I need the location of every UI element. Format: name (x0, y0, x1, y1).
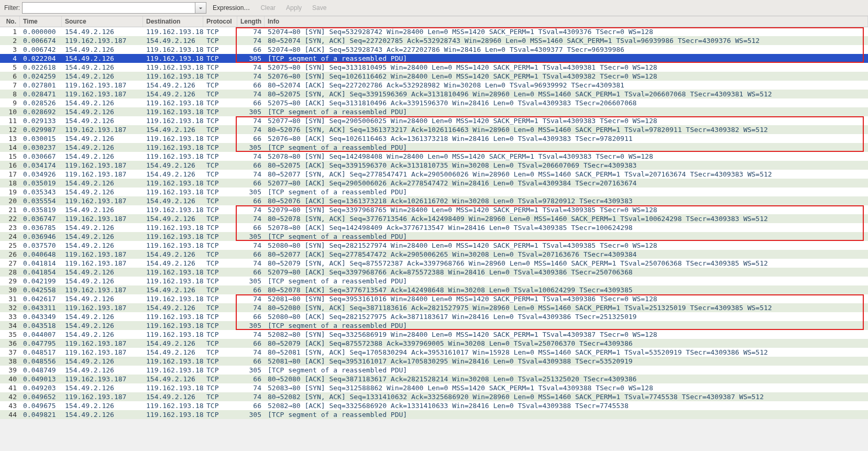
cell-protocol: TCP (203, 268, 237, 277)
cell-length: 305 (237, 321, 265, 330)
packet-row[interactable]: 20.006674119.162.193.187154.49.2.126TCP7… (0, 36, 868, 45)
filter-dropdown-button[interactable] (195, 2, 206, 14)
packet-row[interactable]: 110.029133154.49.2.126119.162.193.187TCP… (0, 116, 868, 125)
expression-button[interactable]: Expression… (208, 3, 254, 13)
packet-row[interactable]: 350.044007154.49.2.126119.162.193.187TCP… (0, 330, 868, 339)
filter-input[interactable] (22, 2, 195, 14)
packet-row[interactable]: 30.006742154.49.2.126119.162.193.187TCP6… (0, 45, 868, 54)
packet-row[interactable]: 170.034926119.162.193.187154.49.2.126TCP… (0, 170, 868, 179)
cell-length: 66 (237, 250, 265, 259)
cell-protocol: TCP (203, 294, 237, 303)
cell-destination: 119.162.193.187 (143, 366, 203, 375)
packet-row[interactable]: 200.035554119.162.193.187154.49.2.126TCP… (0, 196, 868, 205)
packet-row[interactable]: 160.034174119.162.193.187154.49.2.126TCP… (0, 161, 868, 170)
packet-row[interactable]: 190.035343154.49.2.126119.162.193.187TCP… (0, 188, 868, 196)
packet-row[interactable]: 100.028692154.49.2.126119.162.193.187TCP… (0, 107, 868, 116)
column-header-length[interactable]: Length (237, 16, 265, 27)
packet-row[interactable]: 370.048517119.162.193.187154.49.2.126TCP… (0, 348, 868, 357)
packet-row[interactable]: 230.036785154.49.2.126119.162.193.187TCP… (0, 223, 868, 232)
cell-protocol: TCP (203, 285, 237, 294)
cell-no: 29 (0, 277, 20, 285)
cell-source: 154.49.2.126 (62, 232, 143, 241)
cell-source: 154.49.2.126 (62, 223, 143, 232)
packet-row[interactable]: 300.042558119.162.193.187154.49.2.126TCP… (0, 285, 868, 294)
apply-button[interactable]: Apply (282, 3, 306, 13)
cell-source: 154.49.2.126 (62, 294, 143, 303)
cell-no: 20 (0, 196, 20, 205)
cell-info: 80→52081 [SYN, ACK] Seq=1705830294 Ack=3… (265, 348, 868, 357)
packet-row[interactable]: 50.022618154.49.2.126119.162.193.187TCP7… (0, 63, 868, 72)
column-header-source[interactable]: Source (62, 16, 143, 27)
cell-destination: 119.162.193.187 (143, 410, 203, 419)
packet-row[interactable]: 280.041854154.49.2.126119.162.193.187TCP… (0, 268, 868, 277)
cell-info: 80→52079 [SYN, ACK] Seq=875572387 Ack=33… (265, 259, 868, 268)
column-header-no[interactable]: No. (0, 16, 20, 27)
column-header-destination[interactable]: Destination (143, 16, 203, 27)
packet-row[interactable]: 120.029987119.162.193.187154.49.2.126TCP… (0, 125, 868, 134)
packet-row[interactable]: 150.030667154.49.2.126119.162.193.187TCP… (0, 152, 868, 161)
cell-destination: 154.49.2.126 (143, 196, 203, 205)
packet-row[interactable]: 260.040648119.162.193.187154.49.2.126TCP… (0, 250, 868, 259)
packet-row[interactable]: 250.037570154.49.2.126119.162.193.187TCP… (0, 241, 868, 250)
cell-info: 52079→80 [SYN] Seq=3397968765 Win=28400 … (265, 205, 868, 214)
cell-length: 66 (237, 196, 265, 205)
packet-row[interactable]: 270.041814119.162.193.187154.49.2.126TCP… (0, 259, 868, 268)
cell-info: 80→52074 [ACK] Seq=227202786 Ack=5329289… (265, 81, 868, 90)
cell-time: 0.030015 (20, 134, 62, 143)
cell-time: 0.041814 (20, 259, 62, 268)
cell-protocol: TCP (203, 241, 237, 250)
cell-protocol: TCP (203, 250, 237, 259)
packet-row[interactable]: 180.035019154.49.2.126119.162.193.187TCP… (0, 179, 868, 188)
packet-row[interactable]: 240.036946154.49.2.126119.162.193.187TCP… (0, 232, 868, 241)
cell-protocol: TCP (203, 232, 237, 241)
packet-row[interactable]: 90.028526154.49.2.126119.162.193.187TCP6… (0, 98, 868, 107)
cell-info: 80→52078 [SYN, ACK] Seq=3776713546 Ack=1… (265, 214, 868, 223)
cell-time: 0.034174 (20, 161, 62, 170)
cell-destination: 119.162.193.187 (143, 107, 203, 116)
packet-row[interactable]: 400.049013119.162.193.187154.49.2.126TCP… (0, 375, 868, 383)
cell-no: 35 (0, 330, 20, 339)
packet-row[interactable]: 360.047795119.162.193.187154.49.2.126TCP… (0, 339, 868, 348)
cell-length: 305 (237, 54, 265, 63)
column-header-time[interactable]: Time (20, 16, 62, 27)
column-header-info[interactable]: Info (265, 16, 868, 27)
packet-row[interactable]: 340.043518154.49.2.126119.162.193.187TCP… (0, 321, 868, 330)
packet-row[interactable]: 390.048749154.49.2.126119.162.193.187TCP… (0, 366, 868, 375)
cell-length: 66 (237, 161, 265, 170)
packet-row[interactable]: 40.022204154.49.2.126119.162.193.187TCP3… (0, 54, 868, 63)
packet-row[interactable]: 430.049675154.49.2.126119.162.193.187TCP… (0, 401, 868, 410)
cell-time: 0.047795 (20, 339, 62, 348)
packet-row[interactable]: 220.036747119.162.193.187154.49.2.126TCP… (0, 214, 868, 223)
save-button[interactable]: Save (308, 3, 331, 13)
packet-row[interactable]: 310.042617154.49.2.126119.162.193.187TCP… (0, 294, 868, 303)
clear-button[interactable]: Clear (256, 3, 280, 13)
packet-row[interactable]: 130.030015154.49.2.126119.162.193.187TCP… (0, 134, 868, 143)
packet-row[interactable]: 440.049821154.49.2.126119.162.193.187TCP… (0, 410, 868, 419)
cell-time: 0.043311 (20, 303, 62, 312)
column-header-protocol[interactable]: Protocol (203, 16, 237, 27)
cell-length: 305 (237, 188, 265, 196)
cell-destination: 119.162.193.187 (143, 45, 203, 54)
packet-row[interactable]: 290.042199154.49.2.126119.162.193.187TCP… (0, 277, 868, 285)
cell-length: 74 (237, 27, 265, 36)
packet-row[interactable]: 10.000000154.49.2.126119.162.193.187TCP7… (0, 27, 868, 36)
packet-row[interactable]: 320.043311119.162.193.187154.49.2.126TCP… (0, 303, 868, 312)
cell-info: [TCP segment of a reassembled PDU] (265, 232, 868, 241)
packet-row[interactable]: 380.048556154.49.2.126119.162.193.187TCP… (0, 357, 868, 366)
packet-row[interactable]: 70.027801119.162.193.187154.49.2.126TCP6… (0, 81, 868, 90)
cell-source: 154.49.2.126 (62, 63, 143, 72)
packet-row[interactable]: 210.035819154.49.2.126119.162.193.187TCP… (0, 205, 868, 214)
packet-row[interactable]: 420.049652119.162.193.187154.49.2.126TCP… (0, 392, 868, 401)
packet-row[interactable]: 330.043349154.49.2.126119.162.193.187TCP… (0, 312, 868, 321)
cell-time: 0.049203 (20, 383, 62, 392)
packet-row[interactable]: 60.024259154.49.2.126119.162.193.187TCP7… (0, 72, 868, 81)
cell-destination: 119.162.193.187 (143, 179, 203, 188)
packet-row[interactable]: 410.049203154.49.2.126119.162.193.187TCP… (0, 383, 868, 392)
packet-row[interactable]: 80.028471119.162.193.187154.49.2.126TCP7… (0, 90, 868, 98)
cell-length: 66 (237, 339, 265, 348)
cell-no: 33 (0, 312, 20, 321)
cell-time: 0.030237 (20, 143, 62, 152)
packet-row[interactable]: 140.030237154.49.2.126119.162.193.187TCP… (0, 143, 868, 152)
cell-info: 52076→80 [SYN] Seq=1026116462 Win=28400 … (265, 72, 868, 81)
cell-destination: 119.162.193.187 (143, 143, 203, 152)
